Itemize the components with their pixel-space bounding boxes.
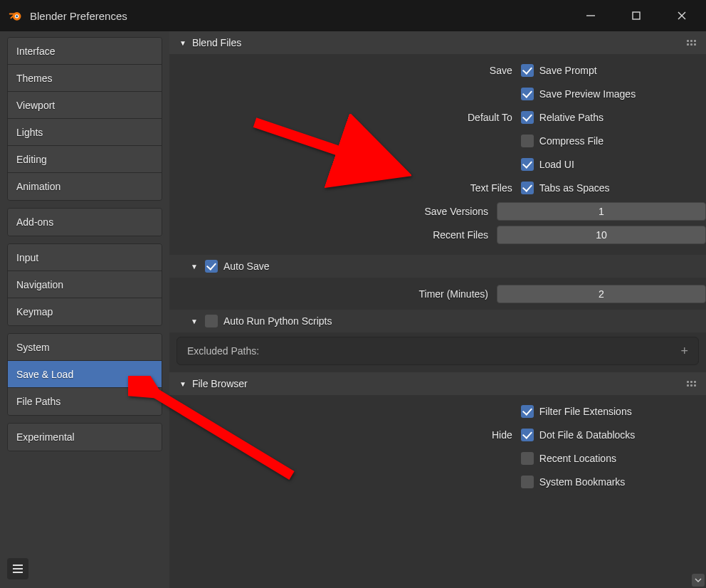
- auto-run-checkbox[interactable]: [205, 315, 218, 327]
- sidebar: InterfaceThemesViewportLightsEditingAnim…: [0, 31, 169, 588]
- tab-input[interactable]: Input: [8, 244, 162, 271]
- save-versions-field[interactable]: 1: [497, 202, 706, 221]
- save-label: Save: [169, 65, 521, 76]
- close-button[interactable]: [666, 1, 697, 31]
- section-blend-files-header[interactable]: ▼ Blend Files: [169, 31, 706, 54]
- dot-files-checkbox[interactable]: [521, 429, 534, 441]
- relative-paths-label: Relative Paths: [539, 112, 604, 123]
- section-title: File Browser: [192, 378, 248, 389]
- maximize-button[interactable]: [621, 1, 652, 31]
- timer-field[interactable]: 2: [497, 285, 706, 303]
- save-prompt-label: Save Prompt: [539, 65, 597, 76]
- tab-keymap[interactable]: Keymap: [8, 298, 162, 325]
- text-files-label: Text Files: [169, 182, 521, 194]
- chevron-down-icon: ▼: [191, 317, 198, 325]
- excluded-paths-label: Excluded Paths:: [187, 345, 259, 357]
- tab-editing[interactable]: Editing: [8, 146, 162, 173]
- load-ui-checkbox[interactable]: [521, 158, 534, 171]
- system-bookmarks-checkbox[interactable]: [521, 476, 534, 488]
- hamburger-menu-button[interactable]: [7, 558, 28, 579]
- window-title: Blender Preferences: [30, 10, 127, 22]
- compress-file-label: Compress File: [539, 135, 604, 147]
- tab-animation[interactable]: Animation: [8, 173, 162, 200]
- titlebar: Blender Preferences: [0, 0, 706, 31]
- save-preview-checkbox[interactable]: [521, 88, 534, 100]
- scroll-down-button[interactable]: [692, 574, 705, 587]
- excluded-paths-panel: Excluded Paths: +: [176, 337, 699, 365]
- tab-addons[interactable]: Add-ons: [8, 209, 162, 236]
- tab-system[interactable]: System: [8, 334, 162, 361]
- tab-file-paths[interactable]: File Paths: [8, 388, 162, 415]
- timer-label: Timer (Minutes): [169, 288, 497, 300]
- relative-paths-checkbox[interactable]: [521, 111, 534, 124]
- save-versions-label: Save Versions: [169, 206, 497, 217]
- tab-navigation[interactable]: Navigation: [8, 271, 162, 298]
- recent-locations-label: Recent Locations: [539, 453, 616, 464]
- tab-experimental[interactable]: Experimental: [8, 424, 162, 451]
- filter-ext-label: Filter File Extensions: [539, 406, 632, 417]
- auto-save-checkbox[interactable]: [205, 260, 218, 273]
- save-preview-label: Save Preview Images: [539, 88, 636, 100]
- tab-viewport[interactable]: Viewport: [8, 92, 162, 119]
- auto-save-label: Auto Save: [223, 261, 270, 272]
- compress-file-checkbox[interactable]: [521, 135, 534, 147]
- hide-label: Hide: [169, 429, 521, 441]
- load-ui-label: Load UI: [539, 159, 574, 170]
- tabs-as-spaces-label: Tabs as Spaces: [539, 182, 610, 194]
- recent-files-label: Recent Files: [169, 229, 497, 241]
- chevron-down-icon: ▼: [179, 39, 186, 47]
- system-bookmarks-label: System Bookmarks: [539, 476, 626, 488]
- minimize-button[interactable]: [575, 1, 606, 31]
- grip-icon[interactable]: [687, 381, 696, 387]
- section-title: Blend Files: [192, 37, 241, 48]
- chevron-down-icon: ▼: [179, 380, 186, 388]
- default-to-label: Default To: [169, 112, 521, 123]
- tab-save-load[interactable]: Save & Load: [8, 361, 162, 388]
- auto-save-header[interactable]: ▼ Auto Save: [169, 255, 706, 278]
- dot-files-label: Dot File & Datablocks: [539, 429, 636, 441]
- tabs-as-spaces-checkbox[interactable]: [521, 182, 534, 194]
- blender-logo-icon: [9, 9, 23, 23]
- filter-ext-checkbox[interactable]: [521, 405, 534, 418]
- content-panel: ▼ Blend Files Save Save Prompt Save Prev…: [169, 31, 706, 588]
- add-excluded-path-button[interactable]: +: [680, 344, 688, 359]
- recent-locations-checkbox[interactable]: [521, 452, 534, 465]
- svg-rect-4: [633, 12, 640, 19]
- tab-interface[interactable]: Interface: [8, 38, 162, 65]
- tab-lights[interactable]: Lights: [8, 119, 162, 146]
- save-prompt-checkbox[interactable]: [521, 64, 534, 77]
- section-file-browser-header[interactable]: ▼ File Browser: [169, 372, 706, 395]
- svg-point-2: [16, 15, 18, 17]
- grip-icon[interactable]: [687, 40, 696, 46]
- recent-files-field[interactable]: 10: [497, 226, 706, 244]
- auto-run-header[interactable]: ▼ Auto Run Python Scripts: [169, 310, 706, 332]
- tab-themes[interactable]: Themes: [8, 65, 162, 92]
- chevron-down-icon: ▼: [191, 263, 198, 271]
- auto-run-label: Auto Run Python Scripts: [223, 315, 332, 327]
